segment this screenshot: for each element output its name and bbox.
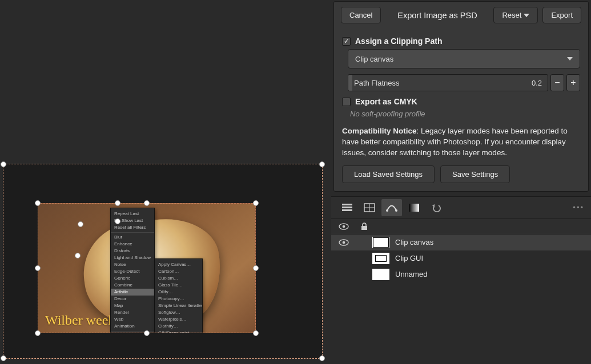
- flatness-field[interactable]: Path Flatness 0.2: [348, 74, 548, 91]
- inner-handle-s[interactable]: [144, 330, 150, 336]
- path-visibility-toggle[interactable]: [338, 239, 349, 246]
- panel-menu-icon[interactable]: •••: [573, 203, 584, 212]
- paths-icon: [385, 203, 398, 212]
- menu-item[interactable]: Render: [111, 309, 154, 316]
- handle-sw[interactable]: [1, 355, 6, 361]
- menu-item[interactable]: Clothify…: [155, 323, 202, 330]
- menu-item[interactable]: Light and Shadow: [111, 254, 154, 261]
- layers-icon: [341, 203, 353, 212]
- gradient-icon: [408, 203, 420, 212]
- menu-item[interactable]: Distorts: [111, 248, 154, 254]
- menu-item[interactable]: Decor: [111, 296, 154, 302]
- path-row[interactable]: Unnamed: [331, 266, 591, 282]
- reset-label: Reset: [502, 11, 521, 19]
- menu-item[interactable]: Noise: [111, 261, 154, 268]
- menu-item[interactable]: Map: [111, 302, 154, 309]
- menu-item[interactable]: Oilify…: [155, 289, 202, 296]
- inner-handle-n[interactable]: [144, 200, 150, 206]
- clip-path-combo[interactable]: Clip canvas: [348, 49, 580, 68]
- tab-channels[interactable]: [359, 199, 380, 216]
- menu-item[interactable]: Combine: [111, 282, 154, 289]
- assign-clip-checkbox[interactable]: ✓: [342, 37, 351, 46]
- menu-item[interactable]: Edge-Detect: [111, 268, 154, 275]
- visibility-column-header[interactable]: [338, 223, 349, 230]
- menu-item[interactable]: Repeat Last: [111, 211, 154, 217]
- svg-rect-1: [342, 207, 352, 208]
- compat-notice: Compatibility Notice: Legacy layer modes…: [342, 126, 580, 159]
- paths-list-header: [331, 219, 591, 234]
- menu-item[interactable]: Animation: [111, 323, 154, 330]
- chevron-down-icon: [524, 14, 529, 17]
- handle-ne[interactable]: [319, 161, 325, 167]
- inner-handle-sw[interactable]: [35, 330, 41, 336]
- menu-item[interactable]: Cartoon…: [155, 268, 202, 275]
- inner-handle-ne[interactable]: [253, 200, 259, 206]
- tab-layers[interactable]: [337, 199, 357, 216]
- export-dialog: Cancel Export Image as PSD Reset Export …: [333, 1, 589, 192]
- path-label: Clip GUI: [395, 254, 423, 262]
- svg-point-7: [395, 209, 397, 212]
- menu-item[interactable]: Glass Tile…: [155, 282, 202, 289]
- canvas-selection-outer[interactable]: Wilber week 2023 edition Repeat LastRe-S…: [3, 164, 323, 359]
- save-settings-button[interactable]: Save Settings: [440, 165, 510, 183]
- dock-tabs: •••: [331, 196, 591, 219]
- anchor-c[interactable]: [115, 219, 120, 224]
- menu-item[interactable]: Cubism…: [155, 275, 202, 282]
- tab-undo-history[interactable]: [426, 199, 447, 216]
- clip-path-selected: Clip canvas: [355, 55, 393, 63]
- cmyk-label: Export as CMYK: [355, 97, 417, 106]
- inner-handle-se[interactable]: [253, 330, 259, 336]
- svg-rect-2: [342, 209, 352, 211]
- canvas-image: Wilber week 2023 edition Repeat LastRe-S…: [38, 203, 256, 333]
- menu-item[interactable]: Photocopy…: [155, 296, 202, 302]
- settings-buttons: Load Saved Settings Save Settings: [342, 165, 580, 183]
- path-row[interactable]: Clip GUI: [331, 250, 591, 266]
- right-column: Cancel Export Image as PSD Reset Export …: [331, 0, 591, 364]
- menu-item[interactable]: Waterpixels…: [155, 316, 202, 323]
- filters-submenu: Apply Canvas…Cartoon…Cubism…Glass Tile…O…: [154, 258, 203, 333]
- handle-nw[interactable]: [1, 161, 6, 167]
- menu-item[interactable]: Softglow…: [155, 309, 202, 316]
- svg-point-10: [343, 225, 345, 228]
- menu-item[interactable]: Reset all Filters: [111, 224, 154, 231]
- cmyk-checkbox[interactable]: [342, 98, 351, 106]
- lock-column-header[interactable]: [359, 223, 370, 230]
- chevron-down-icon: [567, 57, 573, 60]
- inner-handle-nw[interactable]: [35, 200, 41, 206]
- handle-se[interactable]: [319, 355, 325, 361]
- assign-clip-row: ✓ Assign a Clipping Path: [342, 37, 580, 46]
- menu-item[interactable]: Blur: [111, 234, 154, 241]
- flatness-decrement[interactable]: −: [550, 74, 564, 91]
- flatness-increment[interactable]: +: [566, 74, 580, 91]
- path-thumbnail: [372, 237, 389, 248]
- inner-handle-e[interactable]: [253, 265, 259, 271]
- flatness-label: Path Flatness: [354, 79, 400, 87]
- anchor-b[interactable]: [115, 200, 120, 206]
- dialog-title: Export Image as PSD: [385, 11, 489, 20]
- menu-item[interactable]: Artistic: [111, 289, 154, 296]
- load-settings-button[interactable]: Load Saved Settings: [342, 165, 435, 183]
- anchor-a[interactable]: [75, 253, 81, 258]
- lock-icon: [360, 223, 368, 230]
- path-row[interactable]: Clip canvas: [331, 234, 591, 250]
- menu-item[interactable]: Apply Canvas…: [155, 261, 202, 268]
- menu-item[interactable]: Generic: [111, 275, 154, 282]
- cancel-button[interactable]: Cancel: [341, 7, 381, 23]
- cmyk-row: Export as CMYK: [342, 97, 580, 106]
- canvas-area: Wilber week 2023 edition Repeat LastRe-S…: [0, 0, 331, 364]
- check-icon: ✓: [344, 38, 349, 45]
- tab-paths[interactable]: [381, 199, 402, 216]
- path-thumbnail: [372, 253, 389, 264]
- filters-menu: Repeat LastRe-Show LastReset all Filters…: [110, 208, 155, 333]
- anchor-d[interactable]: [78, 221, 83, 227]
- svg-point-6: [386, 209, 388, 212]
- menu-item[interactable]: Enhance: [111, 241, 154, 248]
- menu-item[interactable]: Web: [111, 316, 154, 323]
- paths-list: Clip canvasClip GUIUnnamed: [331, 234, 591, 364]
- inner-handle-w[interactable]: [35, 265, 41, 271]
- menu-item[interactable]: GIMPressionist…: [155, 330, 202, 333]
- menu-item[interactable]: Simple Linear Iterative Clustering…: [155, 302, 202, 309]
- export-button[interactable]: Export: [542, 7, 581, 23]
- tab-gradients[interactable]: [404, 199, 424, 216]
- reset-button[interactable]: Reset: [493, 7, 538, 23]
